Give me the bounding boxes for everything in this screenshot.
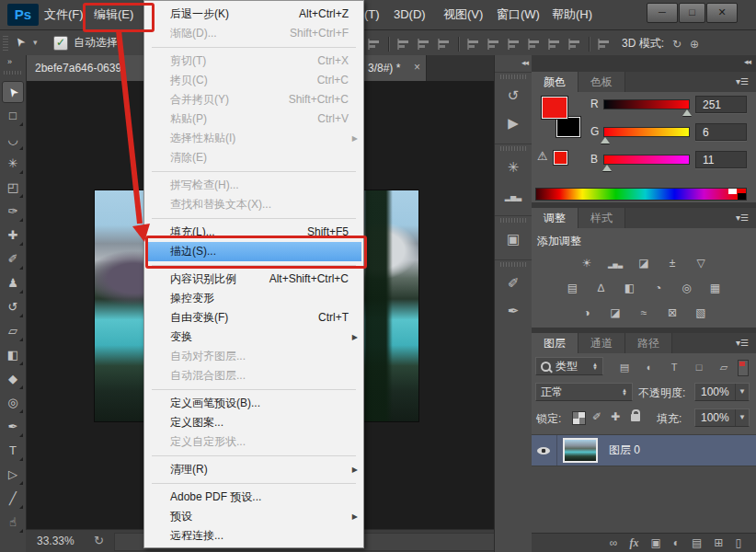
channel-mixer-button[interactable]: ◎ <box>676 279 698 297</box>
tab-layers[interactable]: 图层 <box>532 333 578 353</box>
blur-tool-button[interactable]: ◆ <box>2 368 24 390</box>
align-right-edges-icon[interactable] <box>438 38 450 51</box>
align-top-edges-icon[interactable] <box>467 38 479 51</box>
edit-menu-item[interactable]: 自动混合图层... <box>144 366 363 385</box>
edit-menu-item[interactable]: 预设▶ <box>144 507 363 526</box>
b-slider-handle[interactable] <box>602 165 612 171</box>
eraser-tool-button[interactable]: ▱ <box>2 320 24 342</box>
align-left-edges-icon[interactable] <box>397 38 409 51</box>
tab-styles[interactable]: 样式 <box>578 208 625 228</box>
menu-help[interactable]: 帮助(H) <box>548 0 596 29</box>
edit-menu-item[interactable]: 定义图案... <box>144 413 363 432</box>
tool-preset-dropdown-icon[interactable]: ▾ <box>33 38 38 47</box>
tab-color[interactable]: 颜色 <box>532 72 578 92</box>
type-tool-button[interactable]: T <box>2 440 24 462</box>
levels-button[interactable]: ▂▅▃ <box>604 254 626 272</box>
dodge-tool-button[interactable]: ◎ <box>2 392 24 414</box>
align-horizontal-centers-icon[interactable] <box>418 38 430 51</box>
exposure-button[interactable]: ± <box>661 254 683 272</box>
brush-tool-button[interactable]: ✐ <box>2 248 24 270</box>
layer-filter-toggle[interactable] <box>738 360 749 376</box>
edit-menu-item[interactable]: Adobe PDF 预设... <box>144 488 363 507</box>
filter-smart-objects-icon[interactable]: ▱ <box>716 360 732 374</box>
visibility-cell[interactable] <box>532 435 557 466</box>
new-layer-icon[interactable]: ⊞ <box>714 536 723 549</box>
blend-mode-select[interactable]: 正常 ▲▼ <box>535 383 633 401</box>
filter-pixel-layers-icon[interactable]: ▤ <box>616 360 633 374</box>
lasso-tool-button[interactable]: ◡ <box>2 129 24 151</box>
tab-close-icon[interactable]: × <box>411 62 423 74</box>
menu-edit[interactable]: 编辑(E) <box>90 0 137 29</box>
crop-tool-button[interactable]: ◰ <box>2 177 24 199</box>
dock-grip[interactable] <box>500 75 526 79</box>
lock-all-icon[interactable] <box>631 414 640 421</box>
spectrum-black-swatch[interactable] <box>738 193 746 200</box>
minimize-button[interactable]: ─ <box>647 3 678 23</box>
layer-name[interactable]: 图层 0 <box>609 435 640 466</box>
edit-menu-item[interactable]: 填充(L)...Shift+F5 <box>144 223 363 242</box>
maximize-button[interactable]: □ <box>679 3 705 23</box>
g-slider[interactable] <box>603 127 690 137</box>
distribute-bottom-edges-icon[interactable] <box>568 38 580 51</box>
hue-saturation-button[interactable]: ▤ <box>562 279 584 297</box>
history-brush-tool-button[interactable]: ↺ <box>2 296 24 318</box>
opacity-input[interactable]: 100% ▼ <box>694 383 750 401</box>
tab-paths[interactable]: 路径 <box>625 333 672 353</box>
edit-menu-item[interactable]: 自动对齐图层... <box>144 347 363 366</box>
color-lookup-button[interactable]: ▦ <box>704 279 727 297</box>
gamut-warning-icon[interactable]: ⚠ <box>537 149 548 163</box>
tab-swatches[interactable]: 色板 <box>578 72 625 92</box>
path-selection-tool-button[interactable]: ▷ <box>2 464 24 486</box>
clone-stamp-tool-button[interactable]: ♟ <box>2 272 24 294</box>
g-slider-handle[interactable] <box>601 137 610 144</box>
edit-menu-item[interactable]: 渐隐(D)...Shift+Ctrl+F <box>144 24 363 43</box>
panel-menu-icon[interactable]: ▾☰ <box>736 72 749 92</box>
edit-menu-item[interactable]: 描边(S)... <box>146 242 361 261</box>
layer-thumbnail[interactable] <box>563 438 598 463</box>
move-tool-preset-icon[interactable]: ➤ <box>11 34 29 51</box>
edit-menu-item[interactable]: 剪切(T)Ctrl+X <box>144 52 363 71</box>
move-tool-button[interactable]: ➤ <box>2 81 24 103</box>
edit-menu-item[interactable]: 定义自定形状... <box>144 432 363 452</box>
show-transform-controls-icon[interactable] <box>368 38 380 51</box>
black-white-button[interactable]: ◧ <box>619 279 641 297</box>
info-panel-button[interactable]: ▣ <box>495 225 532 253</box>
layer-style-icon[interactable]: fx <box>629 536 638 550</box>
spectrum-white-swatch[interactable] <box>728 189 737 194</box>
edit-menu-item[interactable]: 变换▶ <box>144 328 363 347</box>
distribute-top-edges-icon[interactable] <box>528 38 540 51</box>
lock-transparency-icon[interactable] <box>572 411 586 425</box>
chevron-down-icon[interactable]: ▼ <box>735 384 749 400</box>
edit-menu-item[interactable]: 后退一步(K)Alt+Ctrl+Z <box>144 5 363 24</box>
link-layers-icon[interactable]: ∞ <box>610 536 618 549</box>
vibrance-button[interactable]: ▽ <box>690 254 712 272</box>
align-vertical-centers-icon[interactable] <box>487 38 499 51</box>
color-spectrum-ramp[interactable] <box>535 188 747 201</box>
history-panel-button[interactable]: ↺ <box>495 82 532 109</box>
edit-menu-item[interactable]: 远程连接... <box>144 526 363 546</box>
edit-menu-item[interactable]: 清除(E) <box>144 148 363 167</box>
b-slider[interactable] <box>603 155 690 165</box>
panel-dock-collapse-icon[interactable]: ◂◂ <box>744 57 750 66</box>
dock-grip[interactable] <box>500 262 526 267</box>
eye-icon[interactable] <box>537 447 550 454</box>
edit-menu-item[interactable]: 操控变形 <box>144 289 363 308</box>
status-info-icon[interactable]: ↻ <box>94 534 104 547</box>
r-slider[interactable] <box>603 99 690 109</box>
gradient-map-button[interactable]: ▧ <box>690 304 712 322</box>
selective-color-button[interactable]: ⊠ <box>661 304 683 322</box>
zoom-level[interactable]: 33.33% <box>37 530 74 552</box>
toolbar-collapse-icon[interactable]: » <box>7 57 11 66</box>
close-button[interactable]: ✕ <box>706 3 738 23</box>
panel-menu-icon[interactable]: ▾☰ <box>736 208 749 228</box>
toolbar-grip[interactable] <box>4 71 22 75</box>
3d-roll-icon[interactable]: ⊕ <box>690 38 699 51</box>
edit-menu-item[interactable]: 合并拷贝(Y)Shift+Ctrl+C <box>144 90 363 109</box>
g-value-input[interactable]: 6 <box>695 123 747 141</box>
b-value-input[interactable]: 11 <box>695 151 747 168</box>
edit-menu-item[interactable]: 定义画笔预设(B)... <box>144 394 363 413</box>
gamut-color-swatch[interactable] <box>554 151 567 165</box>
edit-menu-item[interactable]: 内容识别比例Alt+Shift+Ctrl+C <box>144 270 363 289</box>
line-tool-button[interactable]: ╱ <box>2 488 24 510</box>
navigator-panel-button[interactable]: ✳ <box>495 154 532 181</box>
